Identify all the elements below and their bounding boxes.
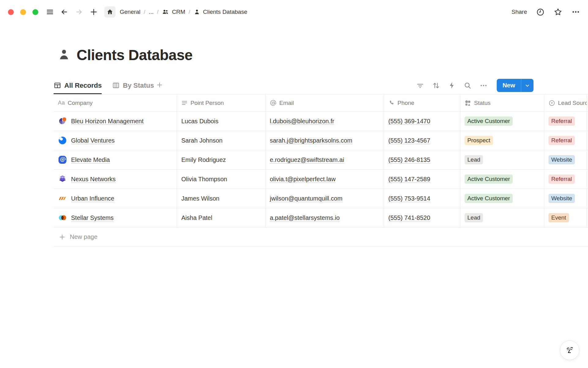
company-open-target[interactable]: Global Ventures — [58, 136, 115, 145]
column-header-point-person[interactable]: Point Person — [177, 94, 266, 111]
company-link[interactable]: Elevate Media — [71, 156, 110, 163]
company-link[interactable]: Bleu Horizon Management — [71, 118, 144, 125]
status-badge[interactable]: Active Customer — [465, 194, 513, 203]
phone-link[interactable]: (555) 741-8520 — [388, 214, 430, 221]
ai-face-button[interactable] — [560, 340, 579, 360]
phone-link[interactable]: (555) 369-1470 — [388, 118, 430, 125]
new-page-button[interactable]: New page — [54, 228, 588, 247]
cell-lead-source[interactable]: Event — [544, 208, 587, 227]
email-link[interactable]: a.patel@stellarsystems.io — [270, 214, 340, 221]
cell-phone[interactable]: (555) 147-2589 — [384, 170, 460, 189]
column-header-phone[interactable]: Phone — [384, 94, 460, 111]
column-header-email[interactable]: Email — [266, 94, 384, 111]
cell-status[interactable]: Active Customer — [460, 170, 544, 189]
lead-source-badge[interactable]: Event — [548, 213, 569, 222]
minimize-window-button[interactable] — [20, 9, 26, 15]
email-link[interactable]: e.rodriguez@swiftstream.ai — [270, 156, 344, 163]
cell-lead-source[interactable]: Referral — [544, 131, 587, 150]
cell-status[interactable]: Lead — [460, 150, 544, 169]
breadcrumb-item-general[interactable]: General — [120, 9, 141, 15]
column-header-company[interactable]: AaCompany — [54, 94, 177, 111]
add-view-icon[interactable] — [156, 81, 163, 90]
home-icon[interactable] — [104, 6, 115, 17]
cell-email[interactable]: l.dubois@bleuhorizon.fr — [266, 112, 384, 131]
search-icon[interactable] — [464, 82, 472, 90]
menu-icon[interactable] — [46, 8, 54, 16]
phone-link[interactable]: (555) 246-8135 — [388, 156, 430, 163]
cell-phone[interactable]: (555) 753-9514 — [384, 189, 460, 208]
company-open-target[interactable]: Urban Influence — [58, 194, 114, 203]
cell-email[interactable]: e.rodriguez@swiftstream.ai — [266, 150, 384, 169]
breadcrumb-item-dots[interactable]: ... — [149, 9, 154, 15]
cell-email[interactable]: sarah.j@brightsparksolns.com — [266, 131, 384, 150]
status-badge[interactable]: Prospect — [465, 136, 493, 145]
status-badge[interactable]: Active Customer — [465, 174, 513, 184]
cell-point-person[interactable]: James Wilson — [177, 189, 266, 208]
email-link[interactable]: l.dubois@bleuhorizon.fr — [270, 118, 334, 125]
cell-point-person[interactable]: Lucas Dubois — [177, 112, 266, 131]
close-window-button[interactable] — [8, 9, 14, 15]
tab-all-records[interactable]: All Records — [54, 77, 102, 94]
cell-point-person[interactable]: Olivia Thompson — [177, 170, 266, 189]
breadcrumb-item-crm[interactable]: CRM — [162, 8, 185, 16]
cell-lead-source[interactable]: Referral — [544, 170, 587, 189]
cell-email[interactable]: a.patel@stellarsystems.io — [266, 208, 384, 227]
forward-icon[interactable] — [75, 8, 83, 16]
cell-status[interactable]: Active Customer — [460, 112, 544, 131]
cell-lead-source[interactable]: Referral — [544, 112, 587, 131]
company-link[interactable]: Stellar Systems — [71, 214, 114, 221]
phone-link[interactable]: (555) 753-9514 — [388, 195, 430, 202]
lead-source-badge[interactable]: Referral — [548, 136, 575, 145]
email-link[interactable]: sarah.j@brightsparksolns.com — [270, 137, 352, 144]
cell-phone[interactable]: (555) 741-8520 — [384, 208, 460, 227]
more-options-icon[interactable] — [480, 82, 488, 90]
cell-email[interactable]: jwilson@quantumquill.com — [266, 189, 384, 208]
cell-lead-source[interactable]: Website — [544, 150, 587, 169]
status-badge[interactable]: Active Customer — [465, 117, 513, 126]
lead-source-badge[interactable]: Referral — [548, 117, 575, 126]
company-link[interactable]: Urban Influence — [71, 195, 114, 202]
clock-icon[interactable] — [536, 8, 545, 16]
company-open-target[interactable]: Elevate Media — [58, 155, 110, 164]
cell-phone[interactable]: (555) 246-8135 — [384, 150, 460, 169]
phone-link[interactable]: (555) 147-2589 — [388, 176, 430, 183]
cell-point-person[interactable]: Emily Rodriguez — [177, 150, 266, 169]
status-badge[interactable]: Lead — [465, 213, 483, 222]
cell-email[interactable]: olivia.t@pixelperfect.law — [266, 170, 384, 189]
column-header-status[interactable]: Status — [460, 94, 544, 111]
lead-source-badge[interactable]: Website — [548, 155, 575, 164]
back-icon[interactable] — [60, 8, 68, 16]
lightning-icon[interactable] — [448, 82, 456, 89]
cell-point-person[interactable]: Sarah Johnson — [177, 131, 266, 150]
cell-lead-source[interactable]: Website — [544, 189, 587, 208]
cell-status[interactable]: Prospect — [460, 131, 544, 150]
company-link[interactable]: Global Ventures — [71, 137, 115, 144]
column-header-lead-source[interactable]: Lead Source — [544, 94, 587, 111]
new-button[interactable]: New — [497, 79, 521, 92]
cell-status[interactable]: Lead — [460, 208, 544, 227]
cell-status[interactable]: Active Customer — [460, 189, 544, 208]
company-open-target[interactable]: Stellar Systems — [58, 213, 114, 222]
plus-icon[interactable] — [90, 8, 98, 16]
sort-icon[interactable] — [432, 82, 440, 90]
email-link[interactable]: jwilson@quantumquill.com — [270, 195, 342, 202]
cell-phone[interactable]: (555) 369-1470 — [384, 112, 460, 131]
cell-phone[interactable]: (555) 123-4567 — [384, 131, 460, 150]
breadcrumb-item-clients-database[interactable]: Clients Database — [194, 9, 247, 15]
zoom-window-button[interactable] — [32, 9, 38, 15]
company-link[interactable]: Nexus Networks — [71, 176, 116, 183]
share-button[interactable]: Share — [511, 9, 527, 15]
tab-by-status[interactable]: By Status — [112, 77, 154, 94]
star-icon[interactable] — [554, 8, 562, 16]
new-dropdown-chevron-icon[interactable] — [521, 79, 533, 92]
phone-link[interactable]: (555) 123-4567 — [388, 137, 430, 144]
lead-source-badge[interactable]: Referral — [548, 174, 575, 184]
more-icon[interactable] — [571, 8, 580, 16]
cell-point-person[interactable]: Aisha Patel — [177, 208, 266, 227]
email-link[interactable]: olivia.t@pixelperfect.law — [270, 176, 336, 183]
lead-source-badge[interactable]: Website — [548, 194, 575, 203]
status-badge[interactable]: Lead — [465, 155, 483, 164]
company-open-target[interactable]: Nexus Networks — [58, 174, 116, 184]
company-open-target[interactable]: Bleu Horizon Management — [58, 117, 144, 126]
filter-icon[interactable] — [416, 82, 424, 90]
